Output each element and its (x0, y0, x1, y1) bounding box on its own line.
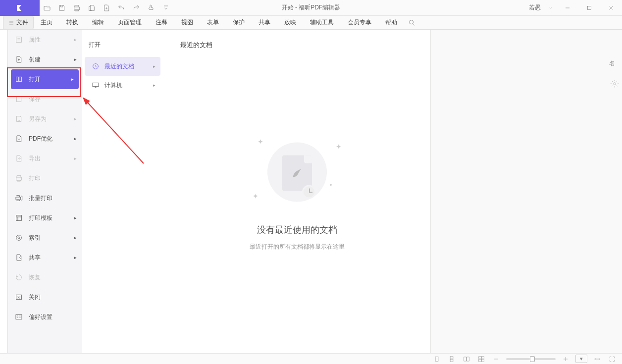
share-icon (15, 254, 23, 261)
save-icon[interactable] (54, 0, 69, 16)
view-single-icon[interactable] (432, 355, 442, 364)
file-menu-batch-print[interactable]: 批量打印 (8, 188, 82, 208)
chevron-right-icon: ▸ (74, 57, 77, 62)
open-sub-title: 打开 (82, 30, 163, 57)
svg-rect-3 (16, 37, 22, 43)
user-dropdown-icon[interactable] (545, 5, 557, 10)
file-menu-preferences[interactable]: 偏好设置 (8, 307, 82, 327)
chevron-right-icon: ▸ (74, 255, 77, 260)
chevron-right-icon: ▸ (74, 156, 77, 161)
gear-icon[interactable] (610, 79, 619, 88)
open-recent-docs[interactable]: 最近的文档 ▸ (85, 57, 160, 76)
file-menu-save[interactable]: 保存 (8, 89, 82, 109)
recent-docs-title: 最近的文档 (163, 30, 430, 50)
fit-width-icon[interactable] (592, 355, 602, 364)
file-menu-label: 批量打印 (29, 194, 52, 203)
user-name[interactable]: 若愚 (529, 3, 541, 12)
empty-illustration: ✦ ✦ ✦ ✦ (253, 132, 342, 211)
file-menu-print[interactable]: 打印 (8, 168, 82, 188)
svg-rect-6 (16, 215, 22, 221)
chevron-right-icon: ▸ (74, 37, 77, 42)
fullscreen-icon[interactable] (607, 355, 617, 364)
file-menu-open[interactable]: 打开▸ (11, 69, 79, 89)
view-two-page-icon[interactable] (462, 355, 471, 364)
file-menu-properties[interactable]: 属性▸ (8, 30, 82, 50)
chevron-right-icon: ▸ (74, 235, 77, 240)
file-menu-print-template[interactable]: 打印模板▸ (8, 208, 82, 228)
view-continuous-icon[interactable] (447, 355, 457, 364)
file-menu-export[interactable]: 导出▸ (8, 149, 82, 168)
file-tab[interactable]: 文件 (3, 16, 34, 29)
empty-subtext: 最近打开的所有文档都将显示在这里 (250, 242, 345, 251)
svg-rect-5 (19, 77, 22, 81)
saveas-icon (15, 115, 23, 123)
svg-rect-15 (450, 356, 453, 359)
file-menu-optimize[interactable]: PDF优化▸ (8, 129, 82, 149)
tab-help[interactable]: 帮助 (385, 18, 397, 27)
svg-rect-12 (93, 83, 99, 86)
svg-rect-10 (16, 314, 22, 319)
open-folder-icon[interactable] (40, 0, 54, 16)
tab-protect[interactable]: 保护 (233, 18, 245, 27)
zoom-in-icon[interactable] (561, 355, 570, 364)
tab-home[interactable]: 主页 (41, 18, 52, 27)
tab-tools[interactable]: 辅助工具 (310, 18, 334, 27)
tab-edit[interactable]: 编辑 (92, 18, 104, 27)
tab-page-manage[interactable]: 页面管理 (118, 18, 142, 27)
quick-access-toolbar (40, 0, 173, 15)
file-menu-create[interactable]: 创建▸ (8, 50, 82, 69)
batch-print-icon (15, 194, 23, 202)
maximize-button[interactable] (578, 0, 600, 16)
tab-forms[interactable]: 表单 (207, 18, 219, 27)
file-menu-label: 恢复 (29, 273, 41, 282)
app-logo (0, 0, 40, 16)
tab-convert[interactable]: 转换 (66, 18, 78, 27)
optimize-icon (15, 135, 23, 143)
qat-dropdown-icon[interactable] (158, 0, 173, 16)
touch-icon[interactable] (144, 0, 158, 16)
file-menu-label: 打开 (29, 75, 41, 84)
zoom-slider-thumb[interactable] (530, 356, 535, 362)
view-two-continuous-icon[interactable] (476, 355, 486, 364)
open-sub-label: 最近的文档 (104, 62, 134, 71)
minimize-button[interactable] (557, 0, 578, 16)
search-icon[interactable] (407, 18, 417, 28)
recent-docs-pane: 最近的文档 ✦ ✦ ✦ ✦ 没有最近使用的文档 最近打开的所有文档都将显示在这里 (163, 30, 431, 353)
file-menu-label: 索引 (29, 234, 41, 242)
file-menu-label: 打印模板 (29, 214, 52, 222)
file-menu-share[interactable]: 共享▸ (8, 248, 82, 267)
open-computer[interactable]: 计算机 ▸ (85, 76, 160, 95)
zoom-value-box[interactable]: ▾ (575, 355, 587, 363)
file-menu-close[interactable]: 关闭 (8, 287, 82, 307)
file-menu-index[interactable]: 索引▸ (8, 228, 82, 248)
tab-share[interactable]: 共享 (259, 18, 270, 27)
undo-icon[interactable] (114, 0, 129, 16)
background-label: 名 (609, 59, 615, 68)
svg-rect-22 (482, 359, 484, 362)
zoom-slider[interactable] (506, 358, 556, 360)
file-menu-label: 属性 (29, 36, 41, 44)
right-background-strip: 名 (431, 30, 622, 353)
tab-present[interactable]: 放映 (284, 18, 296, 27)
recover-icon (15, 273, 23, 281)
close-doc-icon (15, 293, 23, 301)
save-icon (15, 95, 23, 103)
empty-state: ✦ ✦ ✦ ✦ 没有最近使用的文档 最近打开的所有文档都将显示在这里 (250, 132, 345, 251)
svg-point-1 (410, 20, 414, 24)
redo-icon[interactable] (129, 0, 144, 16)
tab-annotate[interactable]: 注释 (156, 18, 167, 27)
tab-view[interactable]: 视图 (181, 18, 193, 27)
close-button[interactable] (600, 0, 622, 16)
print-icon[interactable] (69, 0, 84, 16)
svg-rect-21 (479, 359, 481, 362)
page-copy-icon[interactable] (84, 0, 99, 16)
ribbon-tabs: 主页 转换 编辑 页面管理 注释 视图 表单 保护 共享 放映 辅助工具 会员专… (41, 18, 397, 27)
file-menu-recover[interactable]: 恢复 (8, 267, 82, 287)
page-add-icon[interactable] (99, 0, 114, 16)
tab-member[interactable]: 会员专享 (348, 18, 371, 27)
svg-point-2 (614, 83, 616, 85)
clock-icon (92, 62, 100, 70)
file-menu-saveas[interactable]: 另存为▸ (8, 109, 82, 129)
zoom-out-icon[interactable] (491, 355, 501, 364)
file-tab-label: 文件 (16, 18, 28, 27)
